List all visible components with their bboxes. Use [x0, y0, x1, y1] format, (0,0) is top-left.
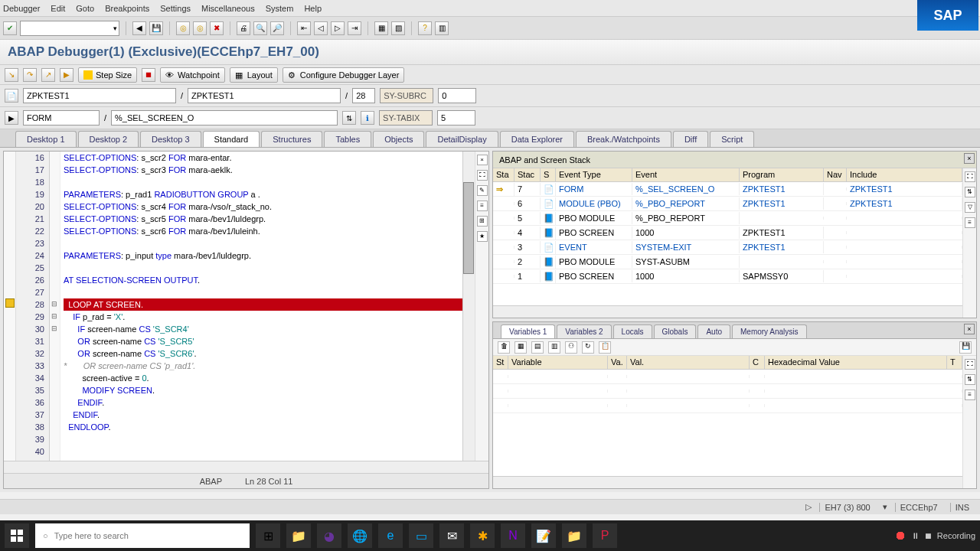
tab-desktop2[interactable]: Desktop 2 — [78, 131, 139, 147]
tree-icon[interactable]: ⊞ — [477, 216, 488, 227]
vartab-variables2[interactable]: Variables 2 — [557, 324, 611, 338]
hierarchy-icon[interactable]: ⚇ — [565, 341, 577, 354]
tab-detaildisplay[interactable]: DetailDisplay — [426, 131, 498, 147]
sort-icon[interactable]: ⇅ — [965, 374, 975, 385]
stack-row[interactable]: 5📘PBO MODULE%_PBO_REPORT — [493, 211, 962, 226]
tab-tables[interactable]: Tables — [324, 131, 371, 147]
stop-icon[interactable]: ⏹ — [142, 68, 155, 82]
layout-button[interactable]: ▦Layout — [230, 67, 278, 83]
event-type-field[interactable]: FORM — [23, 110, 100, 126]
filter-icon[interactable]: ▽ — [965, 202, 975, 213]
sapgui-icon[interactable]: ▭ — [409, 523, 433, 548]
chrome-icon[interactable]: 🌐 — [348, 523, 372, 548]
event-name-field[interactable]: %_SEL_SCREEN_O — [111, 110, 338, 126]
v-scrollbar[interactable] — [462, 152, 475, 461]
next-page-icon[interactable]: ▷ — [331, 21, 345, 35]
taskbar-search[interactable]: ○ Type here to search — [35, 523, 250, 548]
tab-desktop3[interactable]: Desktop 3 — [140, 131, 201, 147]
print-icon[interactable]: 🖨 — [237, 21, 250, 35]
continue-icon[interactable]: ▶ — [60, 68, 74, 82]
menu-breakpoints[interactable]: Breakpoints — [105, 4, 149, 13]
step-out-icon[interactable]: ↗ — [41, 68, 55, 82]
close-pane-icon[interactable]: × — [477, 155, 488, 165]
copy-icon[interactable]: 📋 — [599, 341, 611, 354]
watchpoint-button[interactable]: 👁Watchpoint — [160, 67, 225, 83]
include-field[interactable]: ZPKTEST1 — [188, 88, 341, 103]
save-icon[interactable]: 💾 — [959, 341, 972, 354]
last-page-icon[interactable]: ⇥ — [348, 21, 361, 35]
stack-row[interactable]: ⇒7📄FORM%_SEL_SCREEN_OZPKTEST1ZPKTEST1 — [493, 182, 962, 197]
help-icon[interactable]: ? — [418, 21, 432, 35]
menu-help[interactable]: Help — [304, 4, 322, 13]
findnext-icon[interactable]: 🔎 — [270, 21, 284, 35]
var-body[interactable] — [493, 370, 962, 476]
bookmark-icon[interactable]: ★ — [477, 231, 488, 242]
tab-standard[interactable]: Standard — [203, 131, 260, 147]
step-over-icon[interactable]: ↷ — [23, 68, 37, 82]
sort-asc-icon[interactable]: ⇅ — [342, 111, 356, 125]
pause-icon[interactable]: ⏸ — [911, 531, 920, 540]
export-icon[interactable]: ▥ — [548, 341, 560, 354]
stack-row[interactable]: 6📄MODULE (PBO)%_PBO_REPORTZPKTEST1ZPKTES… — [493, 197, 962, 211]
eclipse-icon[interactable]: ◕ — [317, 523, 341, 548]
tab-breakwatchpoints[interactable]: Break./Watchpoints — [576, 131, 671, 147]
menu-settings[interactable]: Settings — [160, 4, 191, 13]
vartab-variables1[interactable]: Variables 1 — [501, 324, 555, 338]
expand-icon[interactable]: ⛶ — [965, 171, 975, 182]
var-hscroll[interactable] — [493, 476, 962, 488]
messages-icon[interactable]: ▷ — [805, 502, 812, 512]
vartab-auto[interactable]: Auto — [697, 324, 730, 338]
start-button[interactable] — [5, 523, 29, 548]
vartab-globals[interactable]: Globals — [654, 324, 697, 338]
edge-icon[interactable]: e — [378, 523, 403, 548]
line-field[interactable]: 28 — [352, 88, 375, 103]
taskview-icon[interactable]: ⊞ — [256, 523, 280, 548]
stack-body[interactable]: ⇒7📄FORM%_SEL_SCREEN_OZPKTEST1ZPKTEST16📄M… — [493, 182, 962, 305]
step-into-icon[interactable]: ↘ — [5, 68, 18, 82]
menu-system[interactable]: System — [266, 4, 294, 13]
record-icon[interactable]: ⏺ — [894, 529, 906, 543]
tab-objects[interactable]: Objects — [373, 131, 424, 147]
configure-layer-button[interactable]: ⚙Configure Debugger Layer — [283, 67, 405, 83]
menu-edit[interactable]: Edit — [51, 4, 65, 13]
save-icon[interactable]: 💾 — [149, 21, 163, 35]
explorer-icon[interactable]: 📁 — [286, 523, 311, 548]
session-icon[interactable]: ▦ — [374, 21, 388, 35]
notepadpp-icon[interactable]: 📝 — [531, 523, 556, 548]
program-icon[interactable]: 📄 — [5, 89, 18, 103]
close-icon[interactable]: × — [964, 153, 975, 164]
breakpoint-icon[interactable] — [5, 298, 15, 308]
nav-exit-icon[interactable]: ◎ — [193, 21, 207, 35]
table-icon[interactable]: ▦ — [514, 341, 527, 354]
menu-debugger[interactable]: Debugger — [3, 4, 40, 13]
tab-diff[interactable]: Diff — [673, 131, 708, 147]
layout-menu-icon[interactable]: ▥ — [435, 21, 449, 35]
event-icon[interactable]: ▶ — [5, 111, 18, 125]
tab-dataexplorer[interactable]: Data Explorer — [500, 131, 574, 147]
tab-script[interactable]: Script — [710, 131, 754, 147]
vartab-memoryanalysis[interactable]: Memory Analysis — [732, 324, 807, 338]
vartab-locals[interactable]: Locals — [613, 324, 652, 338]
step-size-button[interactable]: Step Size — [78, 67, 137, 83]
delete-icon[interactable]: 🗑 — [498, 341, 510, 354]
grid-icon[interactable]: ▤ — [531, 341, 544, 354]
close-icon[interactable]: × — [964, 324, 975, 334]
stack-hscroll[interactable] — [493, 305, 962, 318]
code-area[interactable]: SELECT-OPTIONS: s_scr2 FOR mara-entar.SE… — [60, 152, 462, 461]
enter-icon[interactable]: ✔ — [3, 21, 17, 35]
powerpoint-icon[interactable]: P — [593, 523, 617, 548]
back-icon[interactable]: ◀ — [132, 21, 146, 35]
stack-icon[interactable]: ≡ — [477, 201, 488, 211]
shortcut-icon[interactable]: ▧ — [391, 21, 405, 35]
explorer2-icon[interactable]: 📁 — [562, 523, 586, 548]
menu-goto[interactable]: Goto — [76, 4, 94, 13]
info-icon[interactable]: ℹ — [361, 111, 374, 125]
tab-desktop1[interactable]: Desktop 1 — [15, 131, 77, 147]
stack-row[interactable]: 1📘PBO SCREEN1000SAPMSSY0 — [493, 269, 962, 284]
editor-icon[interactable]: ✎ — [477, 185, 488, 196]
tab-structures[interactable]: Structures — [261, 131, 322, 147]
menu-misc[interactable]: Miscellaneous — [201, 4, 255, 13]
prev-page-icon[interactable]: ◁ — [314, 21, 328, 35]
stack-row[interactable]: 4📘PBO SCREEN1000ZPKTEST1 — [493, 226, 962, 240]
onenote-icon[interactable]: N — [501, 523, 525, 548]
